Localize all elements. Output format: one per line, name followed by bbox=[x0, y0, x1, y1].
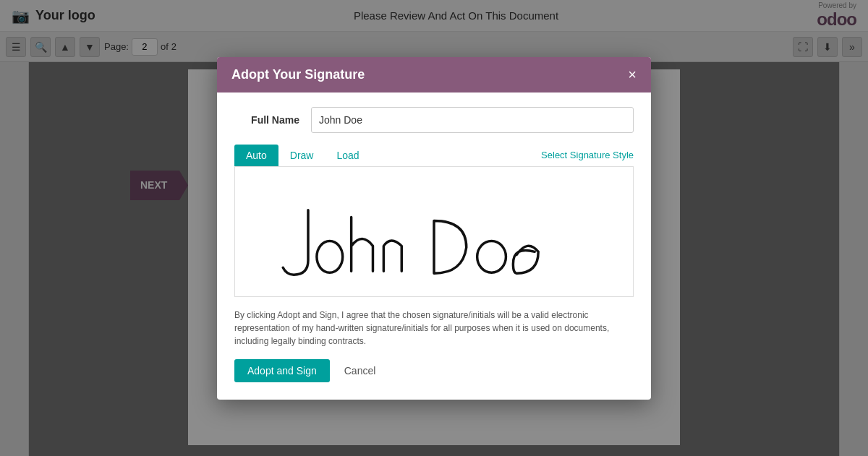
signature-tabs: Auto Draw Load Select Signature Style bbox=[234, 145, 634, 167]
cancel-button[interactable]: Cancel bbox=[336, 359, 385, 382]
modal-footer: Adopt and Sign Cancel bbox=[234, 359, 634, 385]
select-signature-style-link[interactable]: Select Signature Style bbox=[541, 150, 634, 160]
modal-body: Full Name Auto Draw Load Select Signatur… bbox=[217, 93, 651, 400]
modal-header: Adopt Your Signature × bbox=[217, 57, 651, 93]
modal-title: Adopt Your Signature bbox=[231, 67, 365, 82]
adopt-sign-button[interactable]: Adopt and Sign bbox=[234, 359, 330, 382]
signature-preview bbox=[234, 167, 634, 297]
modal-close-button[interactable]: × bbox=[628, 67, 637, 82]
svg-point-0 bbox=[317, 241, 343, 272]
full-name-row: Full Name bbox=[234, 107, 634, 133]
full-name-label: Full Name bbox=[234, 114, 299, 126]
full-name-input[interactable] bbox=[311, 107, 634, 133]
tab-draw-button[interactable]: Draw bbox=[278, 145, 326, 166]
tab-auto-button[interactable]: Auto bbox=[234, 145, 278, 166]
modal-dialog: Adopt Your Signature × Full Name Auto Dr… bbox=[217, 57, 651, 400]
legal-text: By clicking Adopt and Sign, I agree that… bbox=[234, 309, 634, 348]
modal-overlay: Adopt Your Signature × Full Name Auto Dr… bbox=[0, 0, 868, 456]
svg-point-1 bbox=[477, 241, 506, 272]
signature-svg bbox=[235, 167, 633, 296]
tab-load-button[interactable]: Load bbox=[325, 145, 370, 166]
